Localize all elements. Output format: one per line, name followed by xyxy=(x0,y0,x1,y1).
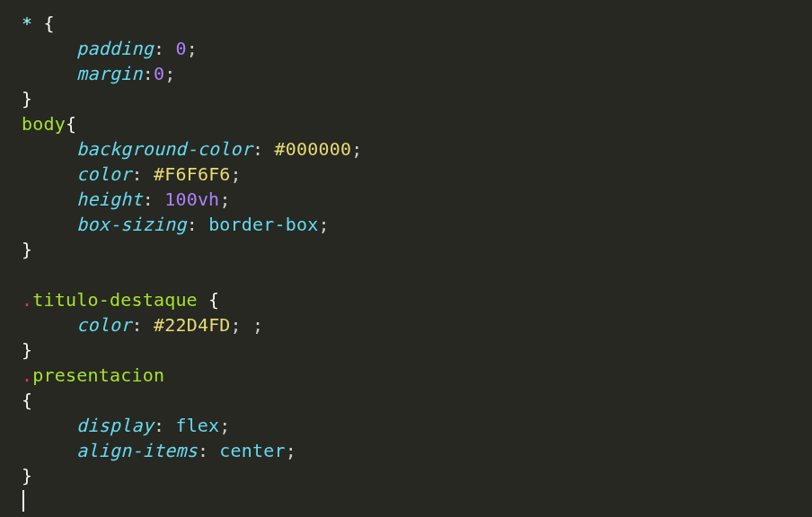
line: height: 100vh; xyxy=(22,188,231,210)
line: display: flex; xyxy=(22,415,231,436)
line: color: #22D4FD; ; xyxy=(22,314,263,336)
line: .presentacion xyxy=(22,364,164,386)
css-value: center xyxy=(219,440,285,461)
brace-open: { xyxy=(22,390,32,411)
css-hex: #000000 xyxy=(275,138,352,160)
css-property: margin xyxy=(76,63,142,84)
selector-dot: . xyxy=(22,289,32,311)
line: background-color: #000000; xyxy=(22,138,363,160)
brace-open: { xyxy=(198,289,219,311)
brace-close: } xyxy=(22,339,32,361)
selector-star: * xyxy=(22,13,32,34)
line: margin:0; xyxy=(22,63,175,84)
css-hex: #22D4FD xyxy=(154,314,231,336)
css-number: 0 xyxy=(175,38,186,59)
css-value: flex xyxy=(175,415,219,436)
brace-close: } xyxy=(22,465,32,486)
line: .titulo-destaque { xyxy=(22,289,219,311)
css-property: padding xyxy=(76,38,154,59)
text-cursor xyxy=(22,490,24,512)
line: } xyxy=(22,88,32,110)
selector-class: presentacion xyxy=(32,364,164,386)
css-property: background-color xyxy=(76,138,252,160)
brace-open: { xyxy=(32,13,54,34)
selector-tag: body xyxy=(22,113,66,135)
css-value: border-box xyxy=(208,214,318,235)
line: color: #F6F6F6; xyxy=(22,163,242,185)
line: box-sizing: border-box; xyxy=(22,214,330,235)
selector-dot: . xyxy=(22,364,32,386)
line: } xyxy=(22,465,32,486)
brace-close: } xyxy=(22,88,32,110)
css-property: color xyxy=(76,163,131,185)
brace-open: { xyxy=(66,113,76,135)
line: } xyxy=(22,239,32,260)
css-editor[interactable]: * { padding: 0; margin:0; } body{ backgr… xyxy=(0,0,812,517)
css-property: align-items xyxy=(76,440,198,461)
css-number: 0 xyxy=(154,63,164,84)
css-number: 100vh xyxy=(164,188,219,210)
css-property: height xyxy=(76,188,142,210)
css-property: color xyxy=(76,314,131,336)
selector-class: titulo-destaque xyxy=(32,289,198,311)
line: { xyxy=(22,390,32,411)
css-property: box-sizing xyxy=(76,214,186,235)
line: * { xyxy=(22,13,55,34)
line: padding: 0; xyxy=(22,38,198,59)
line: } xyxy=(22,339,32,361)
line: align-items: center; xyxy=(22,440,296,461)
css-property: display xyxy=(76,415,154,436)
css-hex: #F6F6F6 xyxy=(154,163,231,185)
line: body{ xyxy=(22,113,76,135)
brace-close: } xyxy=(22,239,32,260)
